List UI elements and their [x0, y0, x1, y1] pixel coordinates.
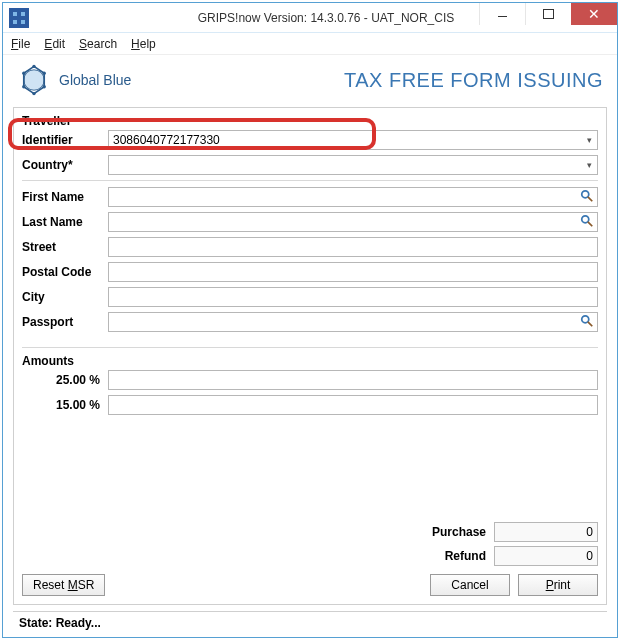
svg-point-8 [43, 72, 46, 75]
country-label: Country* [22, 158, 108, 172]
passport-row: Passport [22, 312, 598, 332]
rate2-row: 15.00 % [22, 395, 598, 415]
menu-file[interactable]: File [11, 37, 30, 51]
refund-label: Refund [445, 549, 486, 563]
cancel-button[interactable]: Cancel [430, 574, 510, 596]
svg-point-11 [22, 85, 25, 88]
first-name-label: First Name [22, 190, 108, 204]
form-panel: Traveller Identifier ▾ Country* ▾ First … [13, 107, 607, 605]
postal-code-label: Postal Code [22, 265, 108, 279]
city-label: City [22, 290, 108, 304]
country-input[interactable] [108, 155, 598, 175]
divider [22, 180, 598, 181]
rate2-input[interactable] [108, 395, 598, 415]
purchase-label: Purchase [432, 525, 486, 539]
city-row: City [22, 287, 598, 307]
svg-rect-3 [13, 20, 17, 24]
svg-point-10 [32, 92, 35, 95]
passport-input[interactable] [108, 312, 598, 332]
last-name-input[interactable] [108, 212, 598, 232]
street-row: Street [22, 237, 598, 257]
first-name-input[interactable] [108, 187, 598, 207]
refund-row: Refund [445, 546, 598, 566]
status-bar: State: Ready... [13, 611, 607, 633]
app-window: GRIPS!now Version: 14.3.0.76 - UAT_NOR_C… [2, 2, 618, 638]
postal-code-input[interactable] [108, 262, 598, 282]
button-row: Reset MSR Cancel Print [22, 574, 598, 596]
purchase-value [494, 522, 598, 542]
traveller-group: Traveller Identifier ▾ Country* ▾ First … [22, 114, 598, 337]
menu-edit[interactable]: Edit [44, 37, 65, 51]
amounts-group-label: Amounts [22, 354, 598, 368]
svg-point-12 [22, 72, 25, 75]
page-title: TAX FREE FORM ISSUING [344, 69, 603, 92]
reset-msr-button[interactable]: Reset MSR [22, 574, 105, 596]
identifier-input[interactable] [108, 130, 598, 150]
city-input[interactable] [108, 287, 598, 307]
brand-name: Global Blue [59, 72, 131, 88]
refund-value [494, 546, 598, 566]
postal-code-row: Postal Code [22, 262, 598, 282]
status-text: State: Ready... [19, 616, 101, 630]
svg-rect-0 [9, 8, 29, 28]
app-icon [9, 8, 29, 28]
title-bar: GRIPS!now Version: 14.3.0.76 - UAT_NOR_C… [3, 3, 617, 33]
menu-search[interactable]: Search [79, 37, 117, 51]
rate1-row: 25.00 % [22, 370, 598, 390]
street-label: Street [22, 240, 108, 254]
first-name-row: First Name [22, 187, 598, 207]
svg-rect-2 [21, 12, 25, 16]
menu-help[interactable]: Help [131, 37, 156, 51]
svg-point-7 [32, 65, 35, 68]
last-name-label: Last Name [22, 215, 108, 229]
menu-bar: File Edit Search Help [3, 33, 617, 55]
amounts-group: Amounts 25.00 % 15.00 % [22, 354, 598, 420]
last-name-row: Last Name [22, 212, 598, 232]
street-input[interactable] [108, 237, 598, 257]
passport-label: Passport [22, 315, 108, 329]
rate1-input[interactable] [108, 370, 598, 390]
svg-point-5 [24, 70, 44, 90]
svg-point-9 [43, 85, 46, 88]
header: Global Blue TAX FREE FORM ISSUING [3, 55, 617, 107]
svg-rect-4 [21, 20, 25, 24]
close-button[interactable]: ✕ [571, 3, 617, 25]
divider [22, 347, 598, 348]
svg-rect-1 [13, 12, 17, 16]
minimize-button[interactable] [479, 3, 525, 25]
brand-block: Global Blue [17, 63, 131, 97]
traveller-group-label: Traveller [22, 114, 598, 128]
brand-logo-icon [17, 63, 51, 97]
country-row: Country* ▾ [22, 155, 598, 175]
purchase-row: Purchase [432, 522, 598, 542]
identifier-row: Identifier ▾ [22, 130, 598, 150]
window-controls: ✕ [479, 3, 617, 25]
identifier-label: Identifier [22, 133, 108, 147]
print-button[interactable]: Print [518, 574, 598, 596]
rate1-label: 25.00 % [22, 373, 108, 387]
totals-block: Purchase Refund [22, 510, 598, 566]
maximize-button[interactable] [525, 3, 571, 25]
rate2-label: 15.00 % [22, 398, 108, 412]
